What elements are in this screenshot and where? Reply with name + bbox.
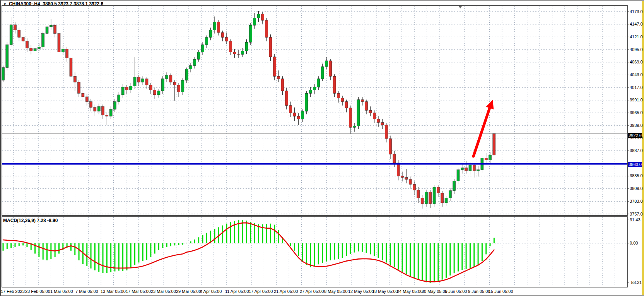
candle-body — [253, 18, 256, 25]
macd-tick-label: -53.31 — [630, 280, 644, 285]
candle-body — [233, 52, 236, 54]
candle-body — [369, 110, 372, 113]
candle-body — [349, 108, 352, 127]
candle-body — [249, 25, 252, 42]
symbol-period-label: CHINA300-,H4 — [9, 1, 40, 7]
candle-body — [473, 165, 475, 171]
time-tick-label: 29 Mar 05:00 — [176, 289, 201, 294]
candle-body — [22, 38, 24, 41]
candle-body — [353, 126, 356, 127]
candle-body — [341, 98, 344, 102]
hline-price-badge: 3860.0 — [628, 162, 642, 167]
ohlc-values: 3880.5 3923.7 3878.1 3922.6 — [43, 1, 103, 7]
time-tick-label: 17 Mar 05:00 — [126, 289, 151, 294]
candle-body — [102, 106, 104, 115]
candle-body — [297, 116, 300, 119]
time-tick-label: 23 Mar 05:00 — [151, 289, 176, 294]
price-tick-label: 3991.0 — [630, 98, 644, 102]
candle-body — [154, 90, 156, 95]
candle-body — [205, 38, 208, 45]
price-tick-label: 3757.0 — [630, 212, 644, 216]
candle-body — [421, 198, 424, 204]
price-tick-label: 3887.0 — [630, 148, 644, 153]
candle-body — [109, 110, 112, 116]
price-tick-label: 3783.0 — [630, 199, 644, 204]
candle-body — [221, 33, 224, 38]
time-tick-label: 4 Apr 05:00 — [200, 289, 222, 294]
chart-title: ▼CHINA300-,H4 3880.5 3923.7 3878.1 3922.… — [3, 1, 103, 7]
candle-body — [409, 180, 412, 185]
macd-indicator-label: MACD(12,26,9) 7.28 -8.90 — [3, 218, 58, 223]
candle-body — [142, 79, 144, 82]
candle-body — [46, 27, 48, 34]
price-tick-label: 4173.0 — [630, 9, 644, 14]
price-tick-label: 3939.0 — [630, 123, 644, 128]
breakout-arrow[interactable] — [473, 100, 494, 156]
candle-body — [261, 14, 264, 20]
candle-body — [429, 192, 432, 204]
candle-body — [269, 38, 272, 57]
candle-body — [217, 22, 220, 33]
price-tick-label: 4043.0 — [630, 72, 644, 77]
candle-body — [209, 30, 212, 38]
candle-body — [178, 85, 180, 92]
candle-body — [333, 76, 336, 93]
time-tick-label: 1 Mar 05:00 — [50, 289, 73, 294]
candle-body — [202, 44, 204, 52]
time-tick-label: 17 Apr 05:00 — [249, 289, 273, 294]
candle-body — [397, 163, 400, 176]
candle-body — [361, 100, 364, 102]
price-tick-label: 4147.0 — [630, 22, 644, 26]
candle-body — [381, 123, 384, 125]
time-tick-label: 5 Jun 05:00 — [445, 289, 467, 294]
candle-body — [113, 102, 116, 110]
candle-body — [130, 86, 132, 90]
candle-body — [457, 170, 460, 181]
candle-body — [82, 93, 84, 97]
symbol-dropdown-icon[interactable]: ▼ — [3, 2, 7, 6]
candle-body — [265, 21, 268, 38]
time-tick-label: 7 Mar 05:00 — [75, 289, 98, 294]
candle-body — [285, 91, 288, 106]
candle-body — [97, 106, 100, 111]
candle-body — [38, 47, 40, 49]
time-tick-label: 8 May 05:00 — [324, 289, 348, 294]
mt4-chart-window: ▼CHINA300-,H4 3880.5 3923.7 3878.1 3922.… — [0, 0, 644, 296]
candle-body — [373, 113, 376, 119]
candle-body — [30, 48, 32, 51]
candle-body — [385, 125, 388, 139]
candle-body — [169, 75, 172, 82]
candle-body — [485, 158, 487, 160]
macd-tick-label: 31.43 — [630, 217, 644, 222]
candle-body — [166, 75, 168, 79]
time-tick-label: 30 May 05:00 — [422, 289, 448, 294]
window-edge-top — [0, 0, 644, 1]
candle-body — [365, 102, 368, 111]
price-tick-label: 3913.0 — [630, 135, 644, 140]
price-tick-label: 4017.0 — [630, 85, 644, 90]
candle-body — [357, 100, 360, 126]
candle-body — [321, 67, 324, 79]
time-tick-label: 9 Jun 05:00 — [468, 289, 490, 294]
candle-body — [413, 184, 415, 190]
price-tick-label: 4095.0 — [630, 47, 644, 52]
candle-body — [149, 85, 152, 90]
time-tick-label: 13 Mar 05:00 — [101, 289, 126, 294]
candle-body — [493, 134, 495, 155]
candle-body — [94, 108, 96, 111]
candle-body — [26, 41, 28, 48]
candle-body — [389, 139, 392, 154]
candle-body — [34, 49, 36, 51]
price-tick-label: 3809.0 — [630, 186, 644, 191]
candle-body — [449, 191, 451, 198]
macd-histogram — [3, 220, 494, 282]
candle-body — [437, 187, 439, 193]
chart-canvas[interactable] — [0, 0, 644, 296]
candle-body — [441, 193, 444, 203]
candle-body — [329, 61, 332, 76]
candle-body — [477, 170, 480, 171]
candle-body — [257, 14, 260, 18]
candle-body — [445, 198, 448, 203]
candle-body — [6, 44, 9, 67]
candle-body — [281, 79, 284, 91]
